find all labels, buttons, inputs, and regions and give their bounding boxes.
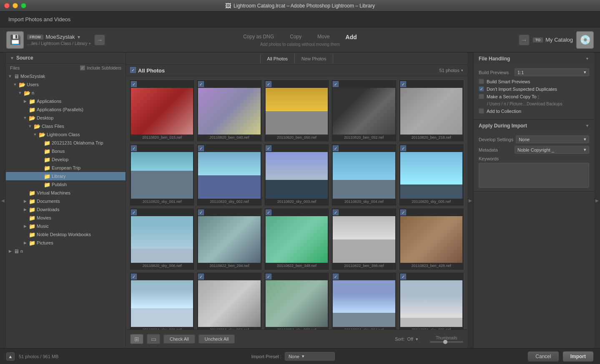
photo-cell[interactable]: ✓20110822_ben_398.nef (331, 208, 397, 270)
tree-item-movies[interactable]: 📁 Movies (6, 214, 126, 222)
photo-checkbox[interactable]: ✓ (266, 209, 271, 215)
add-to-collection-checkbox[interactable] (479, 108, 484, 114)
grid-view-button[interactable]: ⊞ (130, 334, 143, 344)
photo-checkbox[interactable]: ✓ (131, 145, 137, 151)
build-previews-select[interactable]: 1:1 ▾ (515, 68, 589, 76)
tree-item-desktop[interactable]: ▼ 📂 Desktop (6, 114, 126, 122)
photo-cell[interactable]: ✓20110820_sky_004.nef (331, 144, 397, 206)
photo-checkbox[interactable]: ✓ (131, 81, 137, 87)
mode-add[interactable]: Add (344, 33, 359, 41)
maximize-button[interactable] (21, 3, 26, 8)
photo-cell[interactable]: ✓20110823_ben_428.nef (399, 208, 464, 270)
photo-checkbox[interactable]: ✓ (198, 209, 204, 215)
tree-item-moeszyslak[interactable]: ▼ 🖥 MoeSzyslak (6, 72, 126, 80)
import-preset-select[interactable]: None ▾ (285, 352, 335, 361)
check-all-button[interactable]: Check All (163, 334, 195, 344)
develop-settings-select[interactable]: None ▾ (516, 135, 589, 143)
photo-cell[interactable]: ✓20110824_sky_003.nef (264, 272, 329, 329)
photo-checkbox[interactable]: ✓ (266, 81, 271, 87)
tree-item-pictures[interactable]: ▶ 📁 Pictures (6, 239, 126, 247)
right-panel-toggle-right[interactable]: ▶ (594, 52, 600, 348)
thumbnail-size-slider[interactable] (430, 341, 463, 343)
photo-checkbox[interactable]: ✓ (400, 81, 406, 87)
photo-cell[interactable]: ✓20110820_sky_002.nef (196, 144, 262, 206)
mode-move[interactable]: Move (316, 33, 331, 41)
photo-cell[interactable]: ✓20110822_ben_294.nef (196, 208, 262, 270)
second-copy-checkbox[interactable] (479, 94, 484, 99)
tree-item-develop[interactable]: 📁 Develop (6, 155, 126, 164)
cancel-button[interactable]: Cancel (527, 351, 559, 362)
tree-item-users[interactable]: ▼ 📂 Users (6, 80, 126, 89)
source-toggle-arrow[interactable]: ▼ (10, 56, 14, 60)
photo-checkbox[interactable]: ✓ (400, 274, 406, 279)
tree-item-bonus[interactable]: 📁 Bonus (6, 147, 126, 155)
loupe-view-button[interactable]: ▭ (147, 334, 160, 344)
dest-nav-arrow[interactable]: → (519, 35, 530, 45)
import-button[interactable]: Import (562, 351, 594, 362)
photo-cell[interactable]: ✓20110824_sky_001.nef (129, 272, 195, 329)
uncheck-all-button[interactable]: Uncheck All (198, 334, 235, 344)
dont-import-duplicates-checkbox[interactable]: ✓ (479, 86, 484, 92)
photo-checkbox[interactable]: ✓ (400, 145, 406, 151)
source-nav-arrow[interactable]: → (94, 35, 105, 45)
tab-new-photos[interactable]: New Photos (295, 54, 333, 63)
tree-item-class-files[interactable]: ▼ 📂 Class Files (6, 122, 126, 130)
apply-during-import-header[interactable]: Apply During Import ▼ (474, 120, 594, 132)
tree-item-music[interactable]: ▶ 📁 Music (6, 222, 126, 230)
thumbnail-slider-handle[interactable] (443, 340, 447, 344)
count-dropdown-arrow[interactable]: ▾ (461, 68, 463, 72)
tree-item-virtual-machines[interactable]: 📁 Virtual Machines (6, 189, 126, 197)
tree-item-publish[interactable]: 📁 Publish (6, 180, 126, 189)
photo-checkbox[interactable]: ✓ (333, 81, 339, 87)
tree-item-european-trip[interactable]: 📁 European Trip (6, 164, 126, 172)
tree-item-library[interactable]: 📁 Library (6, 172, 126, 180)
photo-cell[interactable]: ✓20110824_sky_002.nef (196, 272, 262, 329)
photo-cell[interactable]: ✓20110820_ben_052.nef (331, 80, 397, 142)
select-all-checkbox[interactable]: ✓ (130, 67, 136, 73)
tree-item-n2[interactable]: ▶ 🖥 n (6, 247, 126, 255)
photo-checkbox[interactable]: ✓ (198, 81, 204, 87)
photo-checkbox[interactable]: ✓ (131, 274, 137, 279)
import-modes[interactable]: Copy as DNG Copy Move Add (241, 33, 359, 41)
left-panel-toggle[interactable]: ◀ (0, 52, 6, 348)
photo-cell[interactable]: ✓20110820_ben_218.nef (399, 80, 464, 142)
photo-checkbox[interactable]: ✓ (198, 274, 204, 279)
tree-item-applications[interactable]: ▶ 📁 Applications (6, 97, 126, 105)
tree-item-n[interactable]: ▼ 📂 n (6, 89, 126, 97)
right-panel-toggle-left[interactable]: ▶ (467, 52, 473, 348)
mode-copy[interactable]: Copy (288, 33, 303, 41)
photo-checkbox[interactable]: ✓ (333, 274, 339, 279)
photo-cell[interactable]: ✓20110820_sky_006.nef (129, 208, 195, 270)
mode-copy-dng[interactable]: Copy as DNG (241, 33, 276, 41)
photo-cell[interactable]: ✓20110824_sky_005.nef (399, 272, 464, 329)
tree-item-documents[interactable]: ▶ 📁 Documents (6, 197, 126, 205)
tree-item-applications-parallels[interactable]: 📁 Applications (Parallels) (6, 105, 126, 114)
window-controls[interactable] (4, 3, 26, 8)
photo-checkbox[interactable]: ✓ (131, 209, 137, 215)
include-subfolders-checkbox[interactable]: ✓ (80, 65, 85, 70)
photo-checkbox[interactable]: ✓ (198, 145, 204, 151)
tree-item-lightroom-class[interactable]: ▼ 📂 Lightroom Class (6, 130, 126, 139)
tab-all-photos[interactable]: All Photos (260, 54, 295, 63)
photo-cell[interactable]: ✓20110820_sky_001.nef (129, 144, 195, 206)
photo-cell[interactable]: ✓20110820_ben_050.nef (264, 80, 329, 142)
photo-checkbox[interactable]: ✓ (333, 209, 339, 215)
expand-toggle[interactable]: ▲ (6, 352, 15, 361)
keywords-input[interactable] (479, 163, 589, 188)
photo-checkbox[interactable]: ✓ (266, 145, 271, 151)
file-handling-header[interactable]: File Handling ▼ (474, 52, 594, 65)
photo-cell[interactable]: ✓20110820_sky_005.nef (399, 144, 464, 206)
tree-item-downloads[interactable]: ▶ 📁 Downloads (6, 205, 126, 214)
build-smart-previews-checkbox[interactable] (479, 79, 484, 84)
photo-checkbox[interactable]: ✓ (400, 209, 406, 215)
tree-item-noble-workbooks[interactable]: 📁 Noble Desktop Workbooks (6, 230, 126, 239)
photo-cell[interactable]: ✓20110820_sky_003.nef (264, 144, 329, 206)
photo-cell[interactable]: ✓20110822_ben_348.nef (264, 208, 329, 270)
photo-cell[interactable]: ✓20110820_ben_015.nef (129, 80, 195, 142)
photo-checkbox[interactable]: ✓ (266, 274, 271, 279)
close-button[interactable] (4, 3, 10, 8)
tree-item-oklahoma[interactable]: 📁 20121231 Oklahoma Trip (6, 139, 126, 147)
photo-checkbox[interactable]: ✓ (333, 145, 339, 151)
metadata-select[interactable]: Noble Copyright _ ▾ (515, 146, 589, 154)
sort-dropdown-arrow[interactable]: ▾ (416, 337, 418, 342)
